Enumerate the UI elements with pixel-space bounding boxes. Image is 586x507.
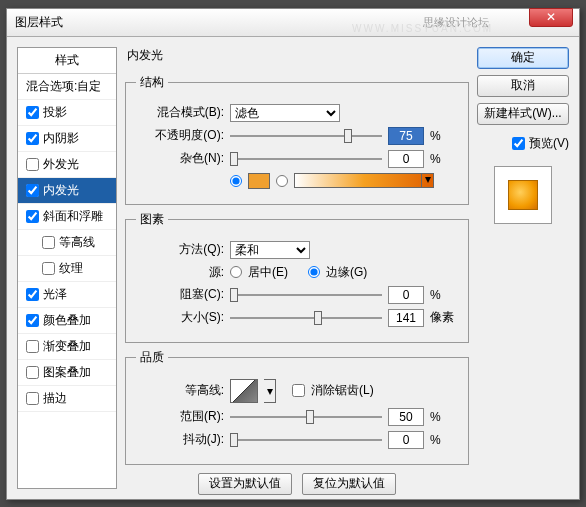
reset-default-button[interactable]: 复位为默认值 xyxy=(302,473,396,495)
range-slider[interactable] xyxy=(230,416,382,418)
pct-label: % xyxy=(430,152,458,166)
blend-mode-label: 混合模式(B): xyxy=(136,104,224,121)
style-contour-check[interactable] xyxy=(42,236,55,249)
antialias-check[interactable] xyxy=(292,384,305,397)
styles-list-header: 样式 xyxy=(18,48,116,74)
choke-label: 阻塞(C): xyxy=(136,286,224,303)
style-color-overlay[interactable]: 颜色叠加 xyxy=(18,308,116,334)
group-quality: 品质 等高线: ▾ 消除锯齿(L) 范围(R): 50 % 抖动(J): xyxy=(125,349,469,465)
style-drop-shadow-check[interactable] xyxy=(26,106,39,119)
styles-list: 样式 混合选项:自定 投影 内阴影 外发光 内发光 斜面和浮雕 等高线 纹理 光… xyxy=(17,47,117,489)
pct-label: % xyxy=(430,433,458,447)
style-texture-check[interactable] xyxy=(42,262,55,275)
style-gradient-overlay-check[interactable] xyxy=(26,340,39,353)
source-label: 源: xyxy=(136,264,224,281)
size-slider[interactable] xyxy=(230,317,382,319)
style-bevel[interactable]: 斜面和浮雕 xyxy=(18,204,116,230)
close-button[interactable]: ✕ xyxy=(529,8,573,27)
color-type-gradient[interactable] xyxy=(276,175,288,187)
opacity-value[interactable]: 75 xyxy=(388,127,424,145)
contour-dropdown[interactable]: ▾ xyxy=(264,379,276,403)
px-label: 像素 xyxy=(430,309,458,326)
blending-options[interactable]: 混合选项:自定 xyxy=(18,74,116,100)
list-item-label: 内发光 xyxy=(43,182,79,199)
preview-label: 预览(V) xyxy=(529,135,569,152)
noise-slider[interactable] xyxy=(230,158,382,160)
style-stroke-check[interactable] xyxy=(26,392,39,405)
list-item-label: 图案叠加 xyxy=(43,364,91,381)
pct-label: % xyxy=(430,410,458,424)
titlebar: 图层样式 思缘设计论坛 WWW.MISSYUAN.COM ✕ xyxy=(7,9,579,37)
contour-label: 等高线: xyxy=(136,382,224,399)
style-stroke[interactable]: 描边 xyxy=(18,386,116,412)
size-label: 大小(S): xyxy=(136,309,224,326)
list-item-label: 光泽 xyxy=(43,286,67,303)
style-outer-glow[interactable]: 外发光 xyxy=(18,152,116,178)
ok-button[interactable]: 确定 xyxy=(477,47,569,69)
dialog-title: 图层样式 xyxy=(15,14,63,31)
style-pattern-overlay-check[interactable] xyxy=(26,366,39,379)
chevron-down-icon[interactable]: ▾ xyxy=(421,174,433,187)
list-item-label: 颜色叠加 xyxy=(43,312,91,329)
style-pattern-overlay[interactable]: 图案叠加 xyxy=(18,360,116,386)
style-gradient-overlay[interactable]: 渐变叠加 xyxy=(18,334,116,360)
color-type-solid[interactable] xyxy=(230,175,242,187)
style-contour[interactable]: 等高线 xyxy=(18,230,116,256)
group-elements: 图素 方法(Q): 柔和 源: 居中(E) 边缘(G) 阻塞(C): 0 % xyxy=(125,211,469,343)
opacity-label: 不透明度(O): xyxy=(136,127,224,144)
range-value[interactable]: 50 xyxy=(388,408,424,426)
section-title: 内发光 xyxy=(125,47,469,64)
style-satin[interactable]: 光泽 xyxy=(18,282,116,308)
list-item-label: 等高线 xyxy=(59,234,95,251)
list-item-label: 斜面和浮雕 xyxy=(43,208,103,225)
opacity-slider[interactable] xyxy=(230,135,382,137)
noise-label: 杂色(N): xyxy=(136,150,224,167)
style-drop-shadow[interactable]: 投影 xyxy=(18,100,116,126)
group-elements-legend: 图素 xyxy=(136,211,168,228)
style-inner-glow[interactable]: 内发光 xyxy=(18,178,116,204)
style-outer-glow-check[interactable] xyxy=(26,158,39,171)
contour-swatch[interactable] xyxy=(230,379,258,403)
source-edge-label: 边缘(G) xyxy=(326,264,367,281)
group-quality-legend: 品质 xyxy=(136,349,168,366)
style-inner-shadow[interactable]: 内阴影 xyxy=(18,126,116,152)
style-texture[interactable]: 纹理 xyxy=(18,256,116,282)
preview-check[interactable] xyxy=(512,137,525,150)
jitter-slider[interactable] xyxy=(230,439,382,441)
glow-gradient[interactable]: ▾ xyxy=(294,173,434,188)
watermark-en: WWW.MISSYUAN.COM xyxy=(352,23,493,34)
list-item-label: 外发光 xyxy=(43,156,79,173)
list-item-label: 纹理 xyxy=(59,260,83,277)
right-panel: 确定 取消 新建样式(W)... 预览(V) xyxy=(477,47,569,489)
choke-value[interactable]: 0 xyxy=(388,286,424,304)
list-item-label: 描边 xyxy=(43,390,67,407)
antialias-label: 消除锯齿(L) xyxy=(311,382,374,399)
style-satin-check[interactable] xyxy=(26,288,39,301)
list-item-label: 投影 xyxy=(43,104,67,121)
make-default-button[interactable]: 设置为默认值 xyxy=(198,473,292,495)
style-color-overlay-check[interactable] xyxy=(26,314,39,327)
center-panel: 内发光 结构 混合模式(B): 滤色 不透明度(O): 75 % 杂色(N): … xyxy=(125,47,469,489)
method-select[interactable]: 柔和 xyxy=(230,241,310,259)
style-inner-shadow-check[interactable] xyxy=(26,132,39,145)
new-style-button[interactable]: 新建样式(W)... xyxy=(477,103,569,125)
glow-color-swatch[interactable] xyxy=(248,173,270,189)
style-bevel-check[interactable] xyxy=(26,210,39,223)
noise-value[interactable]: 0 xyxy=(388,150,424,168)
range-label: 范围(R): xyxy=(136,408,224,425)
blend-mode-select[interactable]: 滤色 xyxy=(230,104,340,122)
size-value[interactable]: 141 xyxy=(388,309,424,327)
preview-swatch xyxy=(508,180,538,210)
close-icon: ✕ xyxy=(546,10,556,24)
source-center-label: 居中(E) xyxy=(248,264,288,281)
choke-slider[interactable] xyxy=(230,294,382,296)
jitter-label: 抖动(J): xyxy=(136,431,224,448)
jitter-value[interactable]: 0 xyxy=(388,431,424,449)
list-item-label: 内阴影 xyxy=(43,130,79,147)
cancel-button[interactable]: 取消 xyxy=(477,75,569,97)
source-center-radio[interactable] xyxy=(230,266,242,278)
group-structure: 结构 混合模式(B): 滤色 不透明度(O): 75 % 杂色(N): 0 % xyxy=(125,74,469,205)
source-edge-radio[interactable] xyxy=(308,266,320,278)
style-inner-glow-check[interactable] xyxy=(26,184,39,197)
pct-label: % xyxy=(430,129,458,143)
